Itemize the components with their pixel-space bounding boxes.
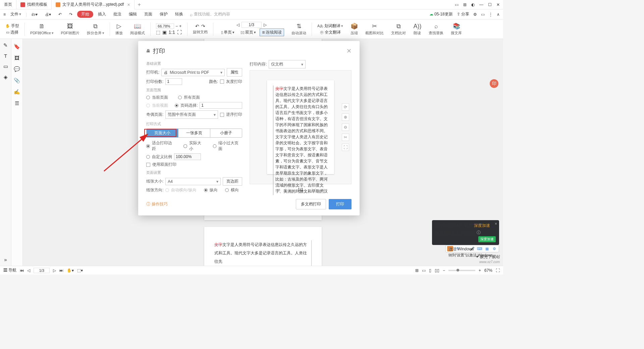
share-button[interactable]: ⇪ 分享 [457,11,469,17]
preview-zoomin-icon[interactable]: ⊕ [342,113,349,121]
nav-toggle[interactable]: ☰ 导航 [3,267,16,273]
hamburger-icon[interactable]: ≡ [3,12,6,17]
radio-current-page[interactable] [146,96,150,99]
radio-page-select[interactable] [175,104,178,107]
page-status-input[interactable] [34,268,50,273]
last-page-icon[interactable]: ⏭ [59,268,63,273]
preview-crop-icon[interactable]: ✂ [342,134,349,141]
menu-annotate[interactable]: 批注 [111,11,124,17]
tool-hand-select[interactable]: ✋ 手型 ▭ 选择 [3,23,21,35]
radio-shrink[interactable] [213,144,217,148]
sb-icon-2[interactable]: ▭ [422,268,426,273]
next-page-icon[interactable]: ▷ [264,22,267,27]
menu-page[interactable]: 页面 [142,11,155,17]
menu-insert[interactable]: 插入 [95,11,109,17]
tab-home[interactable]: 首页 [0,0,16,9]
view-double[interactable]: ▯▯ 双页▾ [238,29,258,36]
sb-expand-icon[interactable]: ⛶ [496,268,500,273]
toast-action-button[interactable]: 深度加速 [478,236,496,242]
rotate-right-icon[interactable]: ↷ [201,23,205,29]
radio-portrait[interactable] [204,188,208,192]
fullscreen-icon[interactable]: ⛶ [177,30,182,35]
zoom-out-icon[interactable]: − [175,24,178,29]
menu-start[interactable]: 开始 [77,11,93,18]
tool-word-translate[interactable]: Aあ 划词翻译㊥ 全文翻译 [315,23,345,35]
actual-size-icon[interactable]: 1:1 [169,30,175,35]
preview-refresh-icon[interactable]: ⟳ [342,103,349,111]
tool-play[interactable]: ▷播放 [113,22,125,36]
text-tool-icon[interactable]: T [4,53,7,59]
first-page-icon[interactable]: ⏮ [20,268,24,273]
tab-page-size[interactable]: 页面大小 [147,129,178,137]
layout-icon[interactable]: ▭ [455,2,459,7]
radio-custom-scale[interactable] [146,155,150,159]
cloud-update[interactable]: ☁ 05-18更新 [429,11,453,17]
tool-split-merge[interactable]: ⧉拆分合并 [85,23,106,36]
bookmark-icon[interactable]: 🔖 [14,44,20,50]
more-icon[interactable]: ⋮ [489,12,493,17]
comment-icon[interactable]: 💬 [14,66,20,72]
margins-button[interactable]: 页边距 [223,177,242,186]
paper-size-select[interactable]: A4 [165,178,221,185]
tool-doc-lib[interactable]: 📚搜文库 [449,22,464,36]
print-button[interactable]: 打印 [329,199,352,209]
tool-compress[interactable]: 📦压缩 [348,22,360,36]
menu-convert[interactable]: 转换 [172,11,186,17]
tool-to-image[interactable]: 🖼PDF转图片 [59,23,82,36]
view-continuous[interactable]: ≣ 连续阅读 [260,29,284,36]
sb-icon-3[interactable]: ▯ [429,268,431,273]
close-icon[interactable]: × [127,2,130,7]
sb-zoom-out[interactable]: − [443,268,445,273]
radio-all-pages[interactable] [178,96,182,99]
double-chevron-icon[interactable]: » [4,257,7,262]
zoom-input[interactable] [156,23,174,29]
window-icon[interactable]: ▭ [481,12,485,17]
tab-booklet[interactable]: 小册子 [210,129,242,137]
next-page-icon[interactable]: ▷ [53,268,56,273]
dialog-close-icon[interactable]: ✕ [346,47,352,55]
page-tool-icon[interactable]: ▭ [3,63,8,69]
close-window-icon[interactable]: ✕ [496,2,500,7]
tips-link[interactable]: 操作技巧 [146,201,168,207]
marquee-icon[interactable]: ⬚▾ [77,268,83,273]
menu-edit[interactable]: 编辑 [126,11,140,17]
tab-document[interactable]: 文字是人类用符号记录...ypted).pdf× [52,0,135,9]
fit-width-icon[interactable]: ⬚ [156,30,160,35]
duplex-checkbox[interactable] [146,163,150,167]
maximize-icon[interactable]: ☐ [488,2,492,7]
tool-read-aloud[interactable]: A))朗读 [411,23,423,36]
tool-compare[interactable]: ⧉文档比对 [389,23,408,36]
file-menu[interactable]: 文件 [8,11,24,17]
radio-actual[interactable] [183,144,187,148]
stack-icon[interactable]: ☰ [15,100,19,106]
tool-read-mode[interactable]: 📖阅读模式 [128,22,147,36]
undo-icon[interactable]: ↶ [56,12,64,17]
tab-multi-page[interactable]: 一张多页 [178,129,210,137]
layers-icon[interactable]: ◈ [4,74,8,80]
prev-page-icon[interactable]: ◁ [27,268,30,273]
rotate-left-icon[interactable]: ↶ [195,23,199,29]
copies-input[interactable] [165,78,182,85]
tool-auto-scroll[interactable]: ⇅自动滚动 [289,22,308,36]
grayscale-checkbox[interactable] [220,80,224,84]
reverse-checkbox[interactable] [220,113,224,117]
page-select-input[interactable] [200,102,242,109]
hand-tool-icon[interactable]: ✋▾ [67,268,74,273]
tool-to-office[interactable]: 🗎PDF转Office [28,23,56,36]
prev-page-icon[interactable]: ◁ [236,22,239,27]
menu-protect[interactable]: 保护 [157,11,170,17]
radio-landscape[interactable] [225,188,229,192]
redo-icon[interactable]: ↷ [66,12,75,17]
odd-even-select[interactable]: 范围中所有页面 [165,110,218,119]
toast-close-icon[interactable]: × [495,221,497,226]
tool-find-replace[interactable]: ⌕查找替换 [427,23,445,36]
printer-props-button[interactable]: 属性 [227,68,242,77]
float-button[interactable]: 印 [490,79,498,88]
signature-icon[interactable]: ✍ [14,89,20,95]
view-single[interactable]: ▯ 单页▾ [219,29,237,36]
radio-fit[interactable] [146,144,150,148]
tab-template[interactable]: 找稻壳模板 [16,0,52,9]
preview-fit-icon[interactable]: ⛶ [342,144,349,151]
settings-icon[interactable]: ⚙ [473,12,477,17]
attachment-icon[interactable]: 📎 [14,78,20,84]
